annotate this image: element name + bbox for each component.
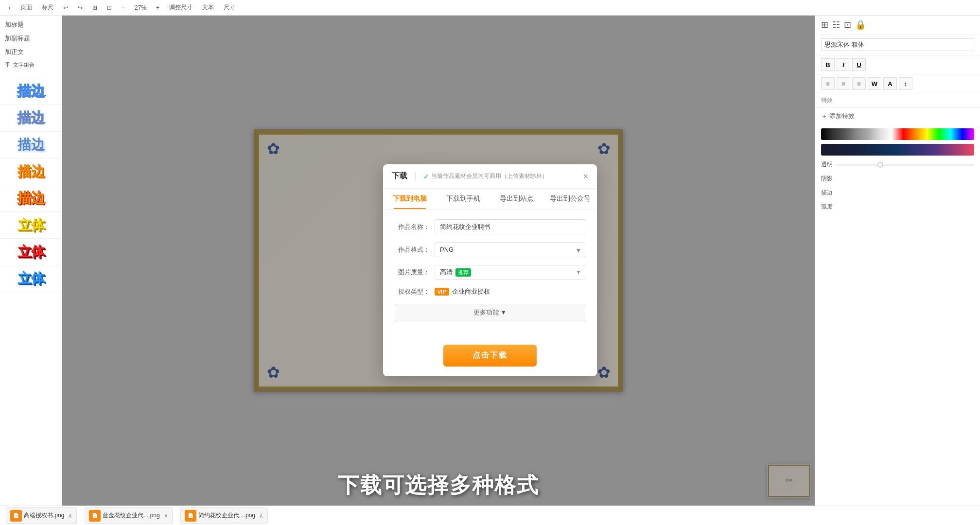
text-combo-label: 手 [5,61,10,69]
text-spacing-btn[interactable]: ↕ [899,77,912,90]
toolbar-ruler-btn[interactable]: 标尺 [39,2,56,13]
style-liti-yellow[interactable]: 立体 [0,212,62,239]
form-row-format: 作品格式： PNG JPG PDF SVG ▾ [395,242,585,257]
format-select[interactable]: PNG JPG PDF SVG [435,242,585,257]
align-center-btn[interactable]: ≡ [837,77,850,90]
teki-label: 特效 [821,96,833,105]
toolbar-undo-btn[interactable]: ↩ [60,3,71,12]
format-label: 作品格式： [395,245,430,254]
italic-btn[interactable]: I [837,58,850,71]
toolbar-zoom: 27% [132,3,149,12]
style-liti-blue[interactable]: 立体 [0,265,62,292]
more-features-btn[interactable]: 更多功能 ▼ [395,304,585,321]
quality-selector[interactable]: 高清 推荐 ▾ [435,265,585,280]
download-item-name-3: 简约花纹企业代....png [198,511,255,520]
style-liti-red[interactable]: 立体 [0,239,62,265]
download-confirm-btn[interactable]: 点击下载 [443,345,537,367]
check-icon: ✓ [423,173,429,180]
name-input[interactable] [435,219,585,234]
toolbar-minus[interactable]: − [119,3,128,12]
bottom-download-item-2[interactable]: 📄 蓝金花纹企业代....png ∧ [85,508,172,524]
plus-icon: ＋ [821,112,827,121]
style-miabian-blue2[interactable]: 描边 [0,105,62,132]
download-chevron-1: ∧ [68,512,72,519]
font-selector: 思源宋体-粗体 [815,35,980,55]
stroke-label: 描边 [815,186,980,200]
teki-section: 特效 [815,93,980,108]
download-icon-3: 📄 [185,510,196,522]
transparency-slider-thumb[interactable] [877,162,883,168]
style-miabian-blue3[interactable]: 描边 [0,132,62,158]
toolbar-back-btn[interactable]: ‹ [6,3,14,12]
download-chevron-2: ∧ [164,512,168,519]
modal-subtitle: ✓ 当前作品素材会员均可商用（上传素材除外） [423,172,548,180]
add-subtitle-btn[interactable]: 加副标题 [5,34,57,43]
name-label: 作品名称： [395,223,430,231]
license-wrap: VIP 企业商业授权 [435,287,585,296]
vip-badge: VIP [435,288,449,296]
style-miabian-orange2[interactable]: 描边 [0,185,62,212]
right-tool-3[interactable]: ⊡ [844,19,851,30]
color-bar [821,128,974,140]
modal-footer: 点击下载 [383,339,597,376]
toolbar-layers-btn[interactable]: 文本 [199,2,217,13]
toolbar-resize-btn[interactable]: 调整尺寸 [166,2,195,13]
tab-download-pc[interactable]: 下载到电脑 [383,189,437,209]
toolbar-group1: ⊞ [89,3,100,12]
toolbar-group2: ⊡ [104,3,115,12]
toolbar-page-btn[interactable]: 页面 [18,2,35,13]
modal-title: 下载 [392,171,407,181]
form-row-name: 作品名称： [395,219,585,234]
modal-header: 下载 ✓ 当前作品素材会员均可商用（上传素材除外） × [383,164,597,189]
right-tool-2[interactable]: ☷ [832,19,840,30]
left-sidebar: 加标题 加副标题 加正文 手 文字组合 描边 描边 描边 描边 描边 立体 立体… [0,16,62,506]
download-icon-2: 📄 [89,510,101,522]
right-sidebar: ⊞ ☷ ⊡ 🔒 思源宋体-粗体 B I U ≡ ≡ ≡ W A ↕ 特效 ＋ 添… [815,16,980,506]
quality-text: 高清 [440,268,453,277]
right-tool-4[interactable]: 🔒 [855,19,866,30]
add-effect-label: 添加特效 [829,112,855,121]
tab-export-wechat[interactable]: 导出到公众号 [543,189,597,209]
toolbar-plus[interactable]: + [153,3,162,12]
right-tool-1[interactable]: ⊞ [821,19,828,30]
download-icon-1: 📄 [10,510,22,522]
align-left-btn[interactable]: ≡ [821,77,835,90]
toolbar-text-btn[interactable]: 尺寸 [221,2,238,13]
align-right-btn[interactable]: ≡ [852,77,866,90]
font-name-display[interactable]: 思源宋体-粗体 [821,38,974,51]
tab-download-phone[interactable]: 下载到手机 [437,189,490,209]
style-miabian-orange[interactable]: 描边 [0,158,62,185]
transparency-row: 透明 [815,158,980,172]
add-effect-btn[interactable]: ＋ 添加特效 [815,108,980,124]
shadow-label: 阴影 [815,172,980,186]
download-modal: 下载 ✓ 当前作品素材会员均可商用（上传素材除外） × 下载到电脑 下载到手机 … [383,164,597,376]
color-bar-2 [821,144,974,156]
add-title-btn[interactable]: 加标题 [5,20,57,29]
text-style-btn[interactable]: A [883,77,897,90]
bottom-download-item-3[interactable]: 📄 简约花纹企业代....png ∧ [180,508,268,524]
right-toolbar-top: ⊞ ☷ ⊡ 🔒 [815,16,980,35]
style-miabian-blue[interactable]: 描边 [0,78,62,105]
toolbar-redo-btn[interactable]: ↪ [75,3,86,12]
quality-arrow-icon: ▾ [577,269,580,276]
underline-btn[interactable]: U [852,58,866,71]
license-text: 企业商业授权 [452,287,490,296]
quality-badge: 推荐 [455,268,471,277]
quality-label: 图片质量： [395,268,430,277]
vertical-text-btn[interactable]: W [868,77,881,90]
bottom-download-item-1[interactable]: 📄 高端授权书.png ∧ [6,508,77,524]
align-row: ≡ ≡ ≡ W A ↕ [815,74,980,93]
download-chevron-3: ∧ [259,512,263,519]
bottom-bar: 📄 高端授权书.png ∧ 📄 蓝金花纹企业代....png ∧ 📄 简约花纹企… [0,506,980,525]
add-body-btn[interactable]: 加正文 [5,48,57,56]
transparency-label: 透明 [821,160,833,169]
tab-export-site[interactable]: 导出到站点 [490,189,543,209]
bold-btn[interactable]: B [821,58,835,71]
modal-body: 作品名称： 作品格式： PNG JPG PDF SVG ▾ 图片质量： 高清 推… [383,210,597,339]
transparency-slider-track [836,164,974,166]
top-toolbar: ‹ 页面 标尺 ↩ ↪ ⊞ ⊡ − 27% + 调整尺寸 文本 尺寸 [0,0,980,16]
download-item-name-2: 蓝金花纹企业代....png [103,511,159,520]
format-select-wrap: PNG JPG PDF SVG ▾ [435,242,585,257]
modal-close-btn[interactable]: × [583,172,588,181]
text-combo-btn[interactable]: 文字组合 [13,61,35,69]
